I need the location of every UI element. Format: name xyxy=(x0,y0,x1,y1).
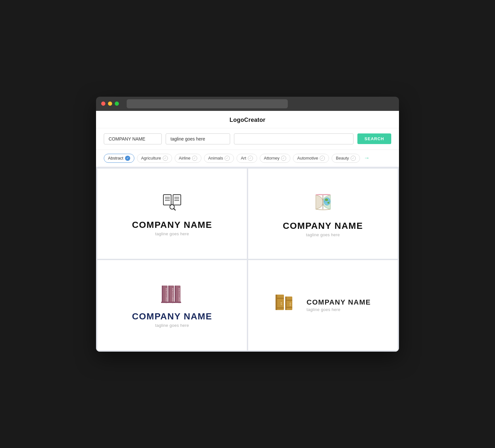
logo-card-4[interactable]: A-F G-U COMPANY NAME tagline goes here xyxy=(248,260,398,350)
check-icon-automotive xyxy=(320,156,325,161)
svg-rect-29 xyxy=(276,298,284,299)
filter-chip-abstract[interactable]: Abstract ✓ xyxy=(104,154,134,163)
filter-chip-beauty[interactable]: Beauty xyxy=(332,154,360,163)
logo-company-name-2: COMPANY NAME xyxy=(283,221,363,231)
svg-rect-35 xyxy=(285,307,292,308)
logo-card-3[interactable]: ENCYCLOPEDIA ENCYCLOPEDIA ENCYCLOPEDIA C… xyxy=(97,260,247,350)
filter-chip-airline[interactable]: Airline xyxy=(175,154,201,163)
logo-company-name-4: COMPANY NAME xyxy=(306,298,371,307)
svg-text:ENCYCLOPEDIA: ENCYCLOPEDIA xyxy=(172,288,174,304)
tagline-input[interactable] xyxy=(166,133,230,144)
logo-card-1[interactable]: COMPANY NAME tagline goes here xyxy=(97,169,247,259)
filter-label: Art xyxy=(241,156,246,161)
svg-text:ENCYCLOPEDIA: ENCYCLOPEDIA xyxy=(165,288,167,304)
filter-next-button[interactable]: → xyxy=(364,155,370,161)
filter-label: Abstract xyxy=(108,156,123,161)
industry-input[interactable] xyxy=(234,133,354,144)
check-icon-airline xyxy=(192,156,197,161)
world-book-icon xyxy=(311,190,335,216)
logo-company-name-3: COMPANY NAME xyxy=(132,311,212,322)
logo-grid: COMPANY NAME tagline goes here xyxy=(96,167,399,352)
check-icon-animals xyxy=(225,156,230,161)
check-icon-agriculture xyxy=(163,156,168,161)
app-title: LogoCreator xyxy=(229,117,265,123)
svg-text:G-U: G-U xyxy=(289,302,291,306)
book-magnifier-icon xyxy=(161,191,183,215)
svg-rect-24 xyxy=(175,286,176,302)
check-icon-art xyxy=(248,156,253,161)
app-header: LogoCreator xyxy=(96,111,399,128)
svg-rect-30 xyxy=(276,307,284,308)
app-content: LogoCreator SEARCH Abstract ✓ Agricultur… xyxy=(96,111,399,352)
svg-rect-0 xyxy=(163,195,171,205)
minimize-button[interactable] xyxy=(108,102,112,106)
address-bar[interactable] xyxy=(127,99,288,108)
filter-chip-automotive[interactable]: Automotive xyxy=(293,154,329,163)
svg-point-14 xyxy=(325,199,328,201)
filter-label: Animals xyxy=(208,156,223,161)
filter-label: Agriculture xyxy=(141,156,161,161)
svg-rect-21 xyxy=(168,286,170,302)
svg-rect-26 xyxy=(161,302,181,303)
filter-chip-attorney[interactable]: Attorney xyxy=(260,154,290,163)
logo-tagline-2: tagline goes here xyxy=(306,232,340,237)
svg-text:A-F: A-F xyxy=(280,302,282,305)
browser-window: LogoCreator SEARCH Abstract ✓ Agricultur… xyxy=(96,97,399,352)
filter-chip-art[interactable]: Art xyxy=(237,154,257,163)
logo-tagline-4: tagline goes here xyxy=(306,307,371,312)
svg-rect-18 xyxy=(162,286,163,302)
browser-titlebar xyxy=(96,97,399,111)
filter-label: Attorney xyxy=(264,156,279,161)
svg-text:ENCYCLOPEDIA: ENCYCLOPEDIA xyxy=(178,288,180,304)
encyclopedia-books-icon: ENCYCLOPEDIA ENCYCLOPEDIA ENCYCLOPEDIA xyxy=(159,282,185,306)
filter-chip-agriculture[interactable]: Agriculture xyxy=(137,154,172,163)
logo-card-2[interactable]: COMPANY NAME tagline goes here xyxy=(248,169,398,259)
legal-books-inline-icon: A-F G-U xyxy=(275,291,301,315)
check-icon-abstract: ✓ xyxy=(125,156,130,161)
logo-company-name-1: COMPANY NAME xyxy=(132,220,212,230)
filter-bar: Abstract ✓ Agriculture Airline Animals A… xyxy=(96,150,399,167)
maximize-button[interactable] xyxy=(115,102,119,106)
check-icon-attorney xyxy=(281,156,286,161)
svg-rect-1 xyxy=(173,195,181,205)
company-name-input[interactable] xyxy=(104,133,162,144)
filter-label: Airline xyxy=(179,156,190,161)
svg-rect-34 xyxy=(285,300,292,301)
logo-tagline-1: tagline goes here xyxy=(155,231,189,236)
logo-inline-text-4: COMPANY NAME tagline goes here xyxy=(306,298,371,312)
search-bar-section: SEARCH xyxy=(96,128,399,150)
search-button[interactable]: SEARCH xyxy=(357,133,391,144)
filter-label: Beauty xyxy=(336,156,349,161)
logo-tagline-3: tagline goes here xyxy=(155,323,189,328)
filter-chip-animals[interactable]: Animals xyxy=(204,154,234,163)
close-button[interactable] xyxy=(101,102,105,106)
check-icon-beauty xyxy=(351,156,356,161)
svg-line-11 xyxy=(174,209,175,210)
svg-point-15 xyxy=(327,202,329,204)
svg-rect-33 xyxy=(285,297,286,310)
filter-label: Automotive xyxy=(297,156,318,161)
